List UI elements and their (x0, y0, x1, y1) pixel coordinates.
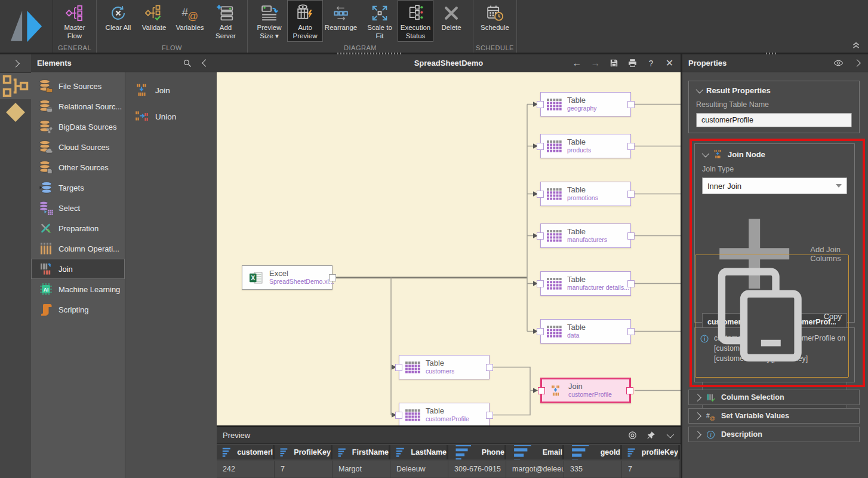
collapse-panel-button[interactable] (201, 58, 211, 68)
column-header-geoid[interactable]: geoId (564, 445, 622, 459)
search-icon[interactable] (182, 58, 192, 68)
table-node-customerprofile[interactable]: TablecustomerProfile (399, 403, 490, 425)
scale-to-fit-button[interactable]: Scale to Fit (362, 0, 398, 42)
column-header-profilekey[interactable]: profileKey (622, 445, 680, 459)
execution-status-button[interactable]: Execution Status (398, 0, 433, 42)
table-node-manufacturers[interactable]: Tablemanufacturers (540, 223, 631, 248)
clear-all-button[interactable]: Clear All (100, 0, 136, 42)
input-port[interactable] (537, 232, 544, 240)
join-type-dropdown[interactable]: Inner Join (702, 177, 847, 194)
column-header-firstname[interactable]: FirstName (333, 445, 390, 459)
table-node-promotions[interactable]: Tablepromotions (540, 182, 631, 206)
sidebar-item-column-operati[interactable]: Column Operati... (31, 238, 125, 259)
input-port[interactable] (537, 191, 544, 198)
auto-preview-button[interactable]: Auto Preview (287, 0, 323, 42)
help-button[interactable]: ? (646, 58, 656, 68)
input-port[interactable] (537, 101, 544, 108)
collapse-ribbon-button[interactable] (850, 39, 862, 50)
element-union[interactable]: Union (125, 103, 217, 130)
collapse-properties-button[interactable] (852, 58, 862, 68)
sidebar-item-bigdata-sources[interactable]: BigData Sources (31, 117, 125, 137)
chevron-right-icon (853, 59, 861, 67)
preview-eye-icon[interactable] (627, 430, 638, 440)
element-join[interactable]: Join (125, 77, 217, 103)
copy-button[interactable]: Copy (695, 255, 849, 378)
result-properties-header[interactable]: Result Properties (696, 86, 852, 95)
back-button[interactable]: ← (572, 58, 582, 68)
variables-button[interactable]: #@Variables (172, 0, 208, 42)
input-port[interactable] (537, 143, 544, 150)
sidebar-item-file-sources[interactable]: File Sources (31, 76, 125, 96)
print-button[interactable] (627, 58, 638, 68)
sidebar-item-targets[interactable]: Targets (31, 177, 125, 198)
element-label: Union (155, 112, 176, 121)
schedule-icon (486, 4, 504, 22)
output-port[interactable] (626, 387, 633, 394)
validate-button[interactable]: Validate (136, 0, 172, 42)
section-set-variable-values[interactable]: #@Set Variable Values (688, 408, 860, 424)
sidebar-item-scripting[interactable]: Scripting (31, 299, 125, 320)
input-port[interactable] (537, 328, 544, 335)
save-button[interactable] (609, 58, 619, 68)
flow-canvas[interactable]: XExcelSpreadSheetDemo.xl...Tablegeograph… (217, 72, 681, 425)
join-node-customerprofile[interactable]: JoincustomerProfile (540, 378, 631, 403)
schedule-button[interactable]: Schedule (477, 0, 513, 42)
section-description[interactable]: iDescription (688, 427, 860, 442)
output-port[interactable] (627, 191, 635, 198)
pin-icon[interactable] (646, 430, 656, 440)
section-column-selection[interactable]: Column Selection (688, 390, 860, 405)
column-header-label: FirstName (352, 448, 389, 456)
output-port[interactable] (627, 101, 635, 108)
eye-icon[interactable] (833, 58, 844, 68)
rearrange-button[interactable]: Rearrange (323, 0, 359, 42)
output-port[interactable] (627, 280, 635, 287)
output-port[interactable] (486, 364, 493, 371)
resulting-table-name-input[interactable] (696, 113, 852, 127)
rail-tab-diamond[interactable] (0, 99, 31, 125)
output-port[interactable] (627, 143, 635, 150)
master-flow-button[interactable]: Master Flow (57, 0, 93, 42)
column-header-phone[interactable]: Phone (448, 445, 506, 459)
filter-icon (395, 446, 408, 459)
column-header-email[interactable]: Email (506, 445, 564, 459)
input-port[interactable] (395, 364, 402, 371)
output-port[interactable] (486, 412, 493, 419)
table-node-customers[interactable]: Tablecustomers (399, 355, 490, 379)
rail-tab-flow[interactable] (0, 73, 31, 99)
excel-node-spreadsheetdemo-xl[interactable]: XExcelSpreadSheetDemo.xl... (242, 265, 333, 290)
collapse-preview-button[interactable] (664, 430, 675, 440)
table-node-products[interactable]: Tableproducts (540, 134, 631, 158)
preview-size-button[interactable]: Preview Size ▾ (251, 0, 287, 42)
column-header-customeri[interactable]: customerI (217, 445, 275, 459)
sidebar-item-machine-learning[interactable]: AIMachine Learning (31, 279, 125, 299)
output-port[interactable] (627, 232, 635, 240)
add-server-button[interactable]: Add Server (208, 0, 244, 42)
sidebar-item-preparation[interactable]: Preparation (31, 218, 125, 238)
file-sources-icon (39, 79, 53, 93)
output-port[interactable] (627, 328, 635, 335)
sidebar-item-select[interactable]: Select (31, 198, 125, 218)
preview-data-row[interactable]: 2427MargotDeleeuw309-676-0915margot@dele… (217, 461, 681, 477)
join-node-header[interactable]: Join Node (702, 149, 847, 160)
table-node-geography[interactable]: Tablegeography (540, 92, 631, 117)
table-node-manufacturer-details[interactable]: Tablemanufacturer details... (540, 271, 631, 296)
output-port[interactable] (329, 274, 336, 281)
node-title: Table (567, 186, 598, 194)
input-port[interactable] (537, 280, 544, 287)
close-button[interactable]: ✕ (664, 58, 675, 68)
column-header-profilekey[interactable]: ProfileKey (275, 445, 333, 459)
sidebar-item-join[interactable]: Join (31, 259, 125, 279)
ribbon-group-diagram: Preview Size ▾Auto PreviewRearrangeScale… (248, 0, 473, 53)
preview-size-label: Preview Size ▾ (257, 24, 282, 41)
preview-size-icon (260, 4, 278, 22)
delete-button[interactable]: Delete (433, 0, 469, 42)
table-node-data[interactable]: Tabledata (540, 319, 631, 344)
input-port[interactable] (538, 387, 545, 394)
sidebar-item-other-sources[interactable]: Other Sources (31, 157, 125, 177)
column-header-lastname[interactable]: LastName (390, 445, 448, 459)
sidebar-item-cloud-sources[interactable]: Cloud Sources (31, 137, 125, 157)
preview-cell: Margot (333, 461, 390, 477)
sidebar-item-relational-sourc[interactable]: Relational Sourc... (31, 96, 125, 117)
input-port[interactable] (395, 412, 402, 419)
forward-button[interactable]: → (590, 58, 601, 68)
